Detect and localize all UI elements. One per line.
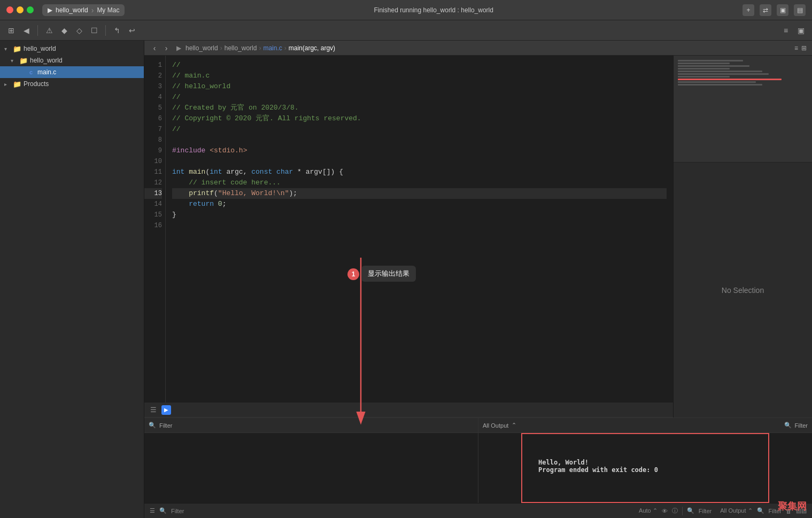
line-num-6: 6 bbox=[144, 113, 162, 124]
code-line-11: int main(int argc, const char * argv[]) … bbox=[172, 167, 667, 177]
code-line-3: // hello_world bbox=[172, 81, 667, 92]
code-line-2: // main.c bbox=[172, 71, 667, 81]
bottom-left-content bbox=[144, 433, 478, 503]
status-divider bbox=[682, 507, 683, 515]
line-num-16: 16 bbox=[144, 220, 162, 231]
fullscreen-button[interactable] bbox=[27, 6, 34, 13]
status-bar: ☰ 🔍 Filter Auto ⌃ 👁 ⓘ 🔍 Filter All Outpu… bbox=[144, 503, 812, 518]
breadcrumb-item-main-func[interactable]: main(argc, argv) bbox=[289, 44, 335, 52]
undo-icon[interactable]: ↰ bbox=[111, 25, 123, 36]
swap-button[interactable]: ⇄ bbox=[760, 4, 771, 16]
sidebar-item-main-c[interactable]: c main.c bbox=[0, 66, 144, 78]
filter-icon: 🔍 bbox=[784, 422, 792, 429]
filter-icon-3: 🔍 bbox=[757, 507, 764, 514]
output-text-area: Hello, World! Program ended with exit co… bbox=[538, 459, 806, 474]
breadcrumb-back-button[interactable]: ‹ bbox=[150, 43, 159, 53]
breadcrumb-related-icon[interactable]: ⊞ bbox=[801, 44, 807, 52]
breadcrumb-arrow-icon: ▶ bbox=[176, 44, 181, 52]
line-num-14: 14 bbox=[144, 199, 162, 210]
sidebar-button[interactable]: ▤ bbox=[794, 4, 806, 16]
debugger-icon[interactable]: ▶ bbox=[161, 405, 171, 415]
line-num-2: 2 bbox=[144, 71, 162, 81]
navigator-icon[interactable]: ⊞ bbox=[5, 25, 17, 36]
inspector-panel-icon[interactable]: ▣ bbox=[795, 25, 807, 36]
sidebar-item-label: Products bbox=[24, 80, 49, 88]
checkbox-icon[interactable]: ☐ bbox=[88, 25, 100, 36]
breadcrumb-item-hello-world-2[interactable]: hello_world bbox=[225, 44, 257, 52]
breakpoint-icon[interactable]: ◆ bbox=[58, 25, 70, 36]
breadcrumb-item-main-c[interactable]: main.c bbox=[263, 44, 282, 52]
no-selection-label: No Selection bbox=[722, 163, 764, 418]
minimap-line bbox=[678, 71, 762, 72]
minimap-line bbox=[678, 60, 743, 61]
minimap-line bbox=[678, 63, 730, 64]
code-line-12: // insert code here... bbox=[172, 177, 667, 188]
traffic-lights bbox=[6, 6, 34, 13]
output-label: All Output bbox=[483, 422, 508, 429]
breadcrumb-separator: › bbox=[220, 44, 222, 52]
breadcrumb-separator: › bbox=[284, 44, 287, 52]
code-line-9: #include <stdio.h> bbox=[172, 145, 667, 156]
close-button[interactable] bbox=[6, 6, 13, 13]
console-toggle-button[interactable]: ☰ bbox=[149, 405, 158, 415]
minimize-button[interactable] bbox=[17, 6, 24, 13]
bottom-left-panel: 🔍 Filter bbox=[144, 418, 478, 503]
code-lines[interactable]: // // main.c // hello_world // // Create… bbox=[166, 56, 673, 403]
titlebar-right-controls: + ⇄ ▣ ▤ bbox=[743, 4, 806, 16]
sidebar-item-hello-world-root[interactable]: ▾ 📁 hello_world bbox=[0, 43, 144, 55]
all-output-label[interactable]: All Output ⌃ bbox=[720, 507, 752, 514]
warning-icon[interactable]: ⚠ bbox=[43, 25, 55, 36]
sidebar-item-products[interactable]: ▸ 📁 Products bbox=[0, 78, 144, 90]
sidebar-item-hello-world-sub[interactable]: ▾ 📁 hello_world bbox=[0, 55, 144, 66]
code-line-4: // bbox=[172, 92, 667, 103]
eye-icon[interactable]: 👁 bbox=[662, 508, 668, 514]
line-numbers: 1 2 3 4 5 6 7 8 9 10 11 12 13 14 bbox=[144, 56, 166, 403]
breadcrumb-options-icon[interactable]: ≡ bbox=[794, 44, 798, 52]
line-num-9: 9 bbox=[144, 145, 162, 156]
filter-label-2: Filter bbox=[699, 508, 712, 514]
environment-icon[interactable]: ◇ bbox=[73, 25, 85, 36]
bottom-right-panel: All Output ⌃ 🔍 Filter Hello, World! Prog… bbox=[478, 418, 812, 503]
back-icon[interactable]: ◀ bbox=[20, 25, 32, 36]
code-line-13: printf("Hello, World!\n"); bbox=[172, 188, 667, 199]
redo-icon[interactable]: ↩ bbox=[126, 25, 138, 36]
line-num-10: 10 bbox=[144, 156, 162, 167]
line-num-7: 7 bbox=[144, 124, 162, 135]
minimap-line-red bbox=[678, 79, 782, 80]
bottom-panels: 🔍 Filter All Output ⌃ 🔍 Filter Hello bbox=[144, 418, 812, 503]
info-icon[interactable]: ⓘ bbox=[672, 507, 678, 515]
layout-button[interactable]: ▣ bbox=[777, 4, 788, 16]
watermark: 聚集网 bbox=[778, 500, 807, 513]
title-label: Finished running hello_world : hello_wor… bbox=[129, 6, 738, 14]
hello-world-output: Hello, World! bbox=[538, 459, 806, 466]
breadcrumb-item-hello-world[interactable]: hello_world bbox=[185, 44, 218, 52]
filter-icon: 🔍 bbox=[159, 507, 167, 514]
sidebar-item-label: main.c bbox=[37, 68, 56, 76]
inspector-panel: No Selection bbox=[673, 56, 812, 418]
sidebar-item-label: hello_world bbox=[30, 57, 63, 64]
inspector-list-icon[interactable]: ≡ bbox=[780, 25, 792, 36]
folder-icon: 📁 bbox=[19, 56, 28, 65]
filter-label: Filter bbox=[795, 422, 808, 429]
line-num-3: 3 bbox=[144, 81, 162, 92]
line-num-5: 5 bbox=[144, 103, 162, 113]
line-num-15: 15 bbox=[144, 210, 162, 220]
filter-icon-2: 🔍 bbox=[687, 507, 694, 514]
bottom-left-toolbar: 🔍 Filter bbox=[144, 418, 478, 433]
code-editor[interactable]: 1 2 3 4 5 6 7 8 9 10 11 12 13 14 bbox=[144, 56, 673, 418]
editor-bottom-toolbar: ☰ ▶ bbox=[144, 403, 673, 418]
auto-label[interactable]: Auto ⌃ bbox=[639, 507, 658, 514]
breadcrumb-forward-button[interactable]: › bbox=[161, 43, 171, 53]
output-content: Hello, World! Program ended with exit co… bbox=[478, 433, 812, 503]
line-num-12: 12 bbox=[144, 177, 162, 188]
code-line-5: // Created by 元官 on 2020/3/8. bbox=[172, 103, 667, 113]
collapse-icon[interactable]: ☰ bbox=[150, 507, 155, 514]
minimap-line bbox=[678, 84, 762, 86]
add-tab-button[interactable]: + bbox=[743, 4, 754, 16]
minimap-line bbox=[678, 73, 769, 75]
folder-icon: 📁 bbox=[13, 80, 21, 88]
scheme-selector[interactable]: ▶ hello_world › My Mac bbox=[42, 4, 125, 16]
scheme-divider: › bbox=[91, 6, 94, 14]
code-line-10 bbox=[172, 156, 667, 167]
scheme-icon: ▶ bbox=[48, 6, 52, 14]
